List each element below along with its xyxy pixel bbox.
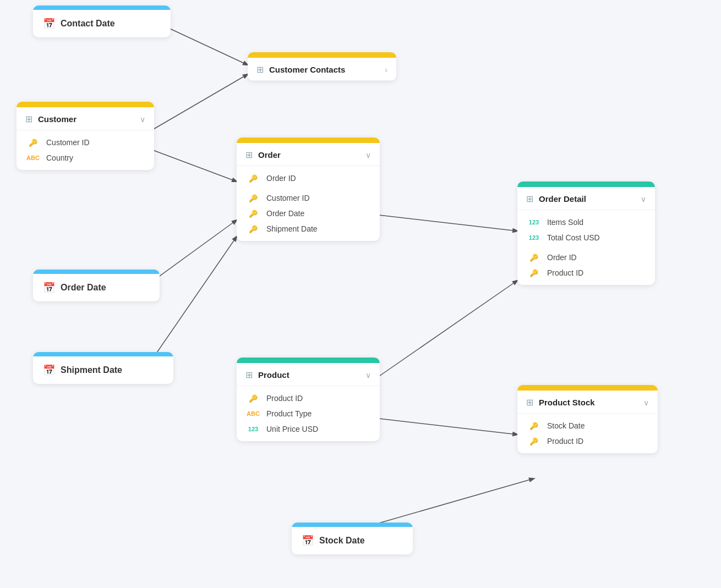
- chevron-icon: ∨: [365, 371, 371, 380]
- calendar-icon: 📅: [43, 364, 55, 376]
- field-customer-id: 🔑 Customer ID: [17, 135, 154, 150]
- calendar-icon: 📅: [43, 18, 55, 30]
- key-icon: 🔑: [245, 225, 261, 233]
- svg-line-7: [374, 418, 517, 435]
- customer-node[interactable]: ⊞ Customer ∨ 🔑 Customer ID ABC Country: [17, 102, 154, 170]
- table-icon: ⊞: [25, 114, 32, 124]
- svg-line-0: [165, 26, 248, 65]
- order-fields: 🔑 Order ID 🔑 Customer ID 🔑 Order Date 🔑 …: [237, 166, 380, 241]
- order-date-node[interactable]: 📅 Order Date: [33, 270, 160, 301]
- product-title: Product: [258, 370, 360, 380]
- svg-line-5: [374, 215, 517, 231]
- chevron-icon: ∨: [643, 398, 649, 407]
- table-icon: ⊞: [526, 397, 533, 408]
- svg-line-2: [149, 149, 237, 182]
- table-icon: ⊞: [245, 150, 253, 160]
- key-icon: 🔑: [25, 139, 41, 147]
- product-header: [237, 358, 380, 363]
- diagram-canvas: 📅 Contact Date ⊞ Customer ∨ 🔑 Customer I…: [0, 0, 721, 588]
- field-customer-id: 🔑 Customer ID: [237, 190, 380, 206]
- stock-date-label: Stock Date: [319, 536, 365, 546]
- key-icon: 🔑: [245, 394, 261, 403]
- contact-date-header: [33, 6, 171, 10]
- field-items-sold: 123 Items Sold: [517, 215, 655, 230]
- field-product-id: 🔑 Product ID: [237, 391, 380, 406]
- field-product-id: 🔑 Product ID: [517, 433, 658, 449]
- key-icon: 🔑: [526, 437, 542, 446]
- customer-contacts-node[interactable]: ⊞ Customer Contacts ›: [248, 52, 396, 81]
- num-icon: 123: [245, 426, 261, 432]
- table-icon: ⊞: [526, 194, 533, 204]
- field-shipment-date: 🔑 Shipment Date: [237, 221, 380, 237]
- shipment-date-label: Shipment Date: [61, 365, 122, 375]
- field-product-type: ABC Product Type: [237, 406, 380, 421]
- order-detail-node[interactable]: ⊞ Order Detail ∨ 123 Items Sold 123 Tota…: [517, 182, 655, 285]
- svg-line-1: [149, 74, 248, 132]
- key-icon: 🔑: [526, 254, 542, 262]
- chevron-right-icon: ›: [385, 65, 387, 74]
- table-icon: ⊞: [245, 370, 253, 380]
- shipment-date-node[interactable]: 📅 Shipment Date: [33, 352, 173, 384]
- customer-header: [17, 102, 154, 107]
- customer-title: Customer: [38, 114, 134, 124]
- key-icon: 🔑: [245, 210, 261, 218]
- product-stock-header: [517, 385, 658, 391]
- product-stock-node[interactable]: ⊞ Product Stock ∨ 🔑 Stock Date 🔑 Product…: [517, 385, 658, 453]
- key-icon: 🔑: [245, 174, 261, 183]
- order-detail-fields: 123 Items Sold 123 Total Cost USD 🔑 Orde…: [517, 210, 655, 285]
- field-total-cost: 123 Total Cost USD: [517, 230, 655, 245]
- stock-date-header: [292, 523, 413, 527]
- num-icon: 123: [526, 219, 542, 226]
- table-icon: ⊞: [256, 64, 264, 75]
- field-order-id: 🔑 Order ID: [517, 250, 655, 265]
- customer-contacts-header: [248, 52, 396, 58]
- field-order-date: 🔑 Order Date: [237, 206, 380, 221]
- num-icon: 123: [526, 234, 542, 241]
- order-detail-header: [517, 182, 655, 187]
- product-stock-title: Product Stock: [539, 398, 638, 407]
- shipment-date-header: [33, 352, 173, 356]
- svg-line-6: [374, 281, 517, 380]
- chevron-icon: ∨: [365, 151, 371, 160]
- field-product-id: 🔑 Product ID: [517, 265, 655, 281]
- product-fields: 🔑 Product ID ABC Product Type 123 Unit P…: [237, 386, 380, 441]
- order-header: [237, 138, 380, 143]
- chevron-icon: ∨: [140, 115, 145, 124]
- field-order-id: 🔑 Order ID: [237, 171, 380, 186]
- calendar-icon: 📅: [302, 535, 314, 547]
- contact-date-label: Contact Date: [61, 19, 115, 29]
- chevron-icon: ∨: [641, 195, 646, 204]
- abc-icon: ABC: [245, 410, 261, 417]
- svg-line-4: [146, 237, 237, 369]
- customer-fields: 🔑 Customer ID ABC Country: [17, 130, 154, 170]
- order-node[interactable]: ⊞ Order ∨ 🔑 Order ID 🔑 Customer ID 🔑 Ord…: [237, 138, 380, 241]
- field-unit-price: 123 Unit Price USD: [237, 421, 380, 437]
- order-detail-title: Order Detail: [539, 194, 635, 204]
- abc-icon: ABC: [25, 155, 41, 161]
- field-country: ABC Country: [17, 150, 154, 166]
- key-icon: 🔑: [526, 422, 542, 430]
- customer-contacts-title: Customer Contacts: [269, 65, 379, 74]
- field-stock-date: 🔑 Stock Date: [517, 418, 658, 433]
- stock-date-node[interactable]: 📅 Stock Date: [292, 523, 413, 554]
- contact-date-node[interactable]: 📅 Contact Date: [33, 6, 171, 37]
- calendar-icon: 📅: [43, 282, 55, 294]
- order-date-header: [33, 270, 160, 274]
- order-title: Order: [258, 150, 360, 160]
- product-stock-fields: 🔑 Stock Date 🔑 Product ID: [517, 414, 658, 453]
- key-icon: 🔑: [526, 269, 542, 277]
- key-icon: 🔑: [245, 194, 261, 202]
- product-node[interactable]: ⊞ Product ∨ 🔑 Product ID ABC Product Typ…: [237, 358, 380, 441]
- order-date-label: Order Date: [61, 283, 106, 293]
